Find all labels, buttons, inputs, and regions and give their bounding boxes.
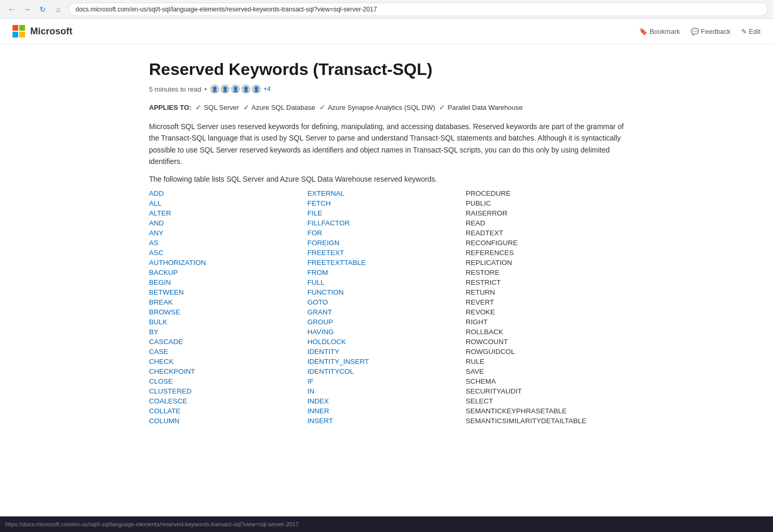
keyword-cell: GROUP [307,317,466,327]
keyword-link[interactable]: INDEX [307,397,329,405]
table-row: CHECKPOINTIDENTITYCOLSAVE [149,366,624,376]
keyword-cell: RIGHT [466,317,624,327]
keyword-plain: RECONFIGURE [466,239,518,247]
keyword-link[interactable]: FREETEXT [307,249,344,257]
keyword-link[interactable]: CLUSTERED [149,387,192,395]
keyword-cell: BROWSE [149,307,307,317]
back-button[interactable]: ← [5,3,18,16]
table-row: BULKGROUPRIGHT [149,317,624,327]
bookmark-icon: 🔖 [639,28,647,35]
keyword-cell: CLUSTERED [149,386,307,396]
keyword-link[interactable]: IN [307,387,315,395]
keyword-link[interactable]: CLOSE [149,377,173,385]
keyword-link[interactable]: IDENTITY_INSERT [307,358,369,365]
table-row: ALLFETCHPUBLIC [149,198,624,208]
keyword-cell: GOTO [307,297,466,307]
address-bar[interactable] [69,3,768,16]
keyword-link[interactable]: FILE [307,209,322,217]
keyword-link[interactable]: GOTO [307,298,328,306]
keyword-cell: GRANT [307,307,466,317]
keyword-link[interactable]: AS [149,239,158,247]
keyword-link[interactable]: ALL [149,199,161,207]
keyword-link[interactable]: BACKUP [149,269,178,276]
applies-to-label: APPLIES TO: [149,104,191,111]
table-row: COLUMNINSERTSEMANTICSIMILARITYDETAILTABL… [149,416,624,426]
feedback-icon: 💬 [691,28,699,35]
table-row: ASFOREIGNRECONFIGURE [149,238,624,248]
keyword-cell: FREETEXTTABLE [307,258,466,268]
keyword-cell: SEMANTICKEYPHRASETABLE [466,406,624,416]
edit-link[interactable]: ✎ Edit [741,28,760,35]
keyword-link[interactable]: FULL [307,278,325,286]
keyword-cell: REFERENCES [466,248,624,258]
keyword-cell: ROWCOUNT [466,337,624,347]
keyword-cell: BY [149,327,307,337]
nav-right: 🔖 Bookmark 💬 Feedback ✎ Edit [639,28,760,35]
keyword-cell: REVERT [466,297,624,307]
keyword-cell: ALTER [149,208,307,218]
keyword-link[interactable]: BETWEEN [149,288,184,296]
keyword-cell: ANY [149,228,307,238]
feedback-link[interactable]: 💬 Feedback [691,28,731,35]
svg-rect-3 [19,32,25,37]
keyword-link[interactable]: CHECKPOINT [149,368,195,375]
keyword-link[interactable]: HOLDLOCK [307,338,346,346]
keyword-link[interactable]: IDENTITYCOL [307,368,354,375]
keyword-link[interactable]: ASC [149,249,164,257]
keyword-link[interactable]: IF [307,377,314,385]
keyword-link[interactable]: FILLFACTOR [307,219,350,227]
keyword-link[interactable]: HAVING [307,328,334,336]
avatar-2: 👤 [220,84,230,94]
keyword-link[interactable]: CHECK [149,358,173,365]
applies-to: APPLIES TO: ✓ SQL Server ✓ Azure SQL Dat… [149,103,624,111]
keyword-link[interactable]: COLLATE [149,407,181,415]
keyword-link[interactable]: ADD [149,189,164,197]
keyword-link[interactable]: COLUMN [149,417,180,425]
keyword-link[interactable]: ANY [149,229,164,237]
keyword-link[interactable]: INNER [307,407,329,415]
keyword-cell: CHECKPOINT [149,366,307,376]
keyword-link[interactable]: FROM [307,269,328,276]
keyword-link[interactable]: FUNCTION [307,288,344,296]
keyword-link[interactable]: IDENTITY [307,348,340,356]
home-button[interactable]: ⌂ [52,3,65,16]
keyword-link[interactable]: BULK [149,318,167,326]
keyword-cell: SAVE [466,366,624,376]
keyword-link[interactable]: AUTHORIZATION [149,259,206,267]
check-icon-2: ✓ [243,103,250,111]
keyword-cell: FOR [307,228,466,238]
keyword-link[interactable]: CASE [149,348,168,356]
keyword-plain: ROWCOUNT [466,338,508,346]
keyword-link[interactable]: BROWSE [149,308,180,316]
keyword-plain: SEMANTICKEYPHRASETABLE [466,407,567,415]
applies-parallel-dw: ✓ Parallel Data Warehouse [439,103,522,111]
keyword-cell: AS [149,238,307,248]
keyword-plain: SCHEMA [466,377,496,385]
keyword-link[interactable]: GROUP [307,318,333,326]
keyword-link[interactable]: ALTER [149,209,171,217]
keyword-link[interactable]: EXTERNAL [307,189,344,197]
keyword-link[interactable]: FREETEXTTABLE [307,259,366,267]
keyword-link[interactable]: AND [149,219,164,227]
keyword-cell: READTEXT [466,228,624,238]
keyword-link[interactable]: BREAK [149,298,173,306]
table-row: ALTERFILERAISERROR [149,208,624,218]
keyword-link[interactable]: INSERT [307,417,333,425]
keyword-link[interactable]: FETCH [307,199,331,207]
refresh-button[interactable]: ↻ [36,3,49,16]
keyword-link[interactable]: GRANT [307,308,332,316]
keyword-link[interactable]: BY [149,328,158,336]
keyword-link[interactable]: FOR [307,229,322,237]
keyword-link[interactable]: FOREIGN [307,239,340,247]
keyword-plain: RETURN [466,288,495,296]
keyword-cell: READ [466,218,624,228]
bookmark-link[interactable]: 🔖 Bookmark [639,28,680,35]
keyword-link[interactable]: BEGIN [149,278,171,286]
table-row: COLLATEINNERSEMANTICKEYPHRASETABLE [149,406,624,416]
keyword-link[interactable]: CASCADE [149,338,183,346]
forward-button[interactable]: → [21,3,33,16]
keyword-cell: FUNCTION [307,287,466,297]
keyword-link[interactable]: COALESCE [149,397,188,405]
keyword-plain: SAVE [466,368,484,375]
keyword-cell: BREAK [149,297,307,307]
